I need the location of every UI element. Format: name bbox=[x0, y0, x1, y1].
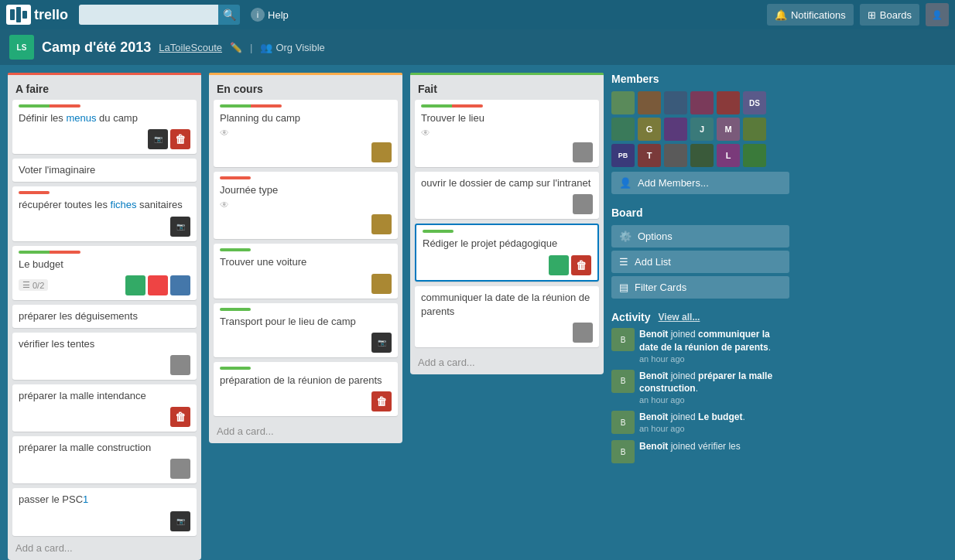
activity-item: B Benoît joined vérifier les bbox=[611, 440, 789, 463]
member-avatar[interactable]: M bbox=[717, 118, 740, 141]
activity-time: an hour ago bbox=[639, 354, 789, 364]
card-communiquer-date[interactable]: communiquer la date de la réunion de par… bbox=[415, 286, 599, 347]
activity-avatar: B bbox=[611, 328, 635, 351]
person-icon: 👥 bbox=[260, 42, 272, 53]
board-title[interactable]: Camp d'été 2013 bbox=[42, 39, 151, 56]
card-preparer-deguisements[interactable]: préparer les déguisements bbox=[12, 305, 197, 328]
card-passer-psc1[interactable]: passer le PSC1 📷 bbox=[12, 488, 197, 535]
notifications-button[interactable]: 🔔 Notifications bbox=[767, 4, 854, 26]
avatar: 📷 bbox=[170, 217, 190, 237]
member-avatar[interactable] bbox=[743, 118, 766, 141]
card-trouver-voiture[interactable]: Trouver une voiture bbox=[214, 244, 398, 298]
member-avatar[interactable]: J bbox=[690, 118, 714, 141]
add-card-button-en-cours[interactable]: Add a card... bbox=[209, 421, 402, 443]
activity-item: B Benoît joined Le budget. an hour ago bbox=[611, 411, 789, 434]
help-button[interactable]: i Help bbox=[251, 8, 289, 22]
board-logo: LS bbox=[9, 35, 34, 60]
list-a-faire: A faire Définir les menus du camp 📷 🗑 Vo… bbox=[8, 73, 201, 560]
member-avatar[interactable] bbox=[664, 91, 687, 114]
member-avatar[interactable] bbox=[664, 144, 687, 167]
card-title: passer le PSC1 bbox=[19, 493, 190, 507]
member-avatar[interactable]: DS bbox=[743, 91, 766, 114]
card-transport-lieu[interactable]: Transport pour le lieu de camp 📷 bbox=[214, 303, 398, 357]
search-button[interactable]: 🔍 bbox=[218, 5, 240, 25]
card-malle-intendance[interactable]: préparer la malle intendance 🗑 bbox=[12, 384, 197, 432]
card-title: Définir les menus du camp bbox=[19, 111, 190, 125]
activity-item: B Benoît joined communiquer la date de l… bbox=[611, 328, 789, 364]
avatar-delete: 🗑 bbox=[170, 129, 190, 149]
card-title: vérifier les tentes bbox=[19, 337, 190, 351]
add-members-button[interactable]: 👤 Add Members... bbox=[611, 172, 789, 194]
members-title: Members bbox=[611, 73, 789, 85]
card-badge: ☰0/2 bbox=[19, 279, 48, 291]
card-title: ouvrir le dossier de camp sur l'intranet bbox=[421, 176, 593, 190]
edit-icon[interactable]: ✏️ bbox=[230, 42, 242, 53]
trello-logo[interactable]: trello bbox=[6, 5, 68, 25]
avatar bbox=[170, 275, 190, 295]
list-fait: Fait Trouver le lieu 👁 ouvrir le dossier… bbox=[410, 73, 604, 374]
activity-item: B Benoît joined préparer la malle constr… bbox=[611, 370, 789, 405]
avatar bbox=[148, 275, 168, 295]
activity-avatar: B bbox=[611, 440, 635, 463]
card-title: Transport pour le lieu de camp bbox=[220, 315, 392, 329]
card-trouver-lieu[interactable]: Trouver le lieu 👁 bbox=[415, 100, 599, 167]
member-avatar[interactable]: G bbox=[638, 118, 661, 141]
divider: | bbox=[250, 42, 252, 53]
member-avatar[interactable] bbox=[690, 91, 714, 114]
member-avatar[interactable] bbox=[690, 144, 714, 167]
user-avatar[interactable]: 👤 bbox=[926, 3, 949, 26]
card-malle-construction[interactable]: préparer la malle construction bbox=[12, 436, 197, 483]
avatar: 📷 bbox=[371, 333, 392, 353]
member-avatar[interactable] bbox=[611, 91, 635, 114]
card-title: Le budget bbox=[19, 258, 190, 271]
add-list-button[interactable]: ☰ Add List bbox=[611, 251, 789, 273]
card-rediger-projet[interactable]: Rédiger le projet pédagogique 🗑 bbox=[415, 224, 599, 281]
board-section-title: Board bbox=[611, 207, 789, 219]
avatar bbox=[170, 459, 190, 479]
card-title: récupérer toutes les fiches sanitaires bbox=[19, 198, 190, 212]
eye-icon: 👁 bbox=[220, 128, 392, 138]
card-voter-imaginaire[interactable]: Voter l'imaginaire bbox=[12, 159, 197, 182]
member-avatar[interactable] bbox=[664, 118, 687, 141]
info-icon: i bbox=[251, 8, 265, 22]
avatar bbox=[371, 142, 392, 162]
board-org[interactable]: LaToileScoute bbox=[159, 42, 222, 53]
bell-icon: 🔔 bbox=[775, 9, 787, 21]
filter-cards-button[interactable]: ▤ Filter Cards bbox=[611, 276, 789, 299]
card-planning-camp[interactable]: Planning du camp 👁 bbox=[214, 100, 398, 167]
options-button[interactable]: ⚙️ Options bbox=[611, 225, 789, 248]
list-title-en-cours: En cours bbox=[209, 77, 402, 100]
activity-list: B Benoît joined communiquer la date de l… bbox=[611, 328, 789, 463]
card-verifier-tentes[interactable]: vérifier les tentes bbox=[12, 333, 197, 380]
members-section: Members DS G J M PB T L bbox=[611, 73, 789, 197]
boards-button[interactable]: ⊞ Boards bbox=[860, 4, 919, 26]
view-all-link[interactable]: View all... bbox=[659, 312, 700, 323]
card-journee-type[interactable]: Journée type 👁 bbox=[214, 172, 398, 239]
grid-icon: ⊞ bbox=[868, 9, 876, 21]
member-avatar[interactable]: PB bbox=[611, 144, 635, 167]
card-budget[interactable]: Le budget ☰0/2 bbox=[12, 246, 197, 300]
card-ouvrir-dossier[interactable]: ouvrir le dossier de camp sur l'intranet bbox=[415, 172, 599, 219]
add-card-button-a-faire[interactable]: Add a card... bbox=[8, 538, 201, 560]
board-header: LS Camp d'été 2013 LaToileScoute ✏️ | 👥 … bbox=[0, 29, 955, 65]
avatar bbox=[125, 275, 145, 295]
card-recuperer-fiches[interactable]: récupérer toutes les fiches sanitaires 📷 bbox=[12, 186, 197, 241]
card-title: préparer la malle intendance bbox=[19, 389, 190, 403]
add-card-button-fait[interactable]: Add a card... bbox=[410, 352, 604, 374]
card-title: Voter l'imaginaire bbox=[19, 163, 190, 177]
member-avatar[interactable] bbox=[717, 91, 740, 114]
avatar bbox=[371, 274, 392, 294]
search-input[interactable] bbox=[79, 5, 218, 25]
member-avatar[interactable] bbox=[743, 144, 766, 167]
member-avatar[interactable]: L bbox=[717, 144, 740, 167]
card-preparation-reunion[interactable]: préparation de la réunion de parents 🗑 bbox=[214, 362, 398, 416]
card-definir-menus[interactable]: Définir les menus du camp 📷 🗑 bbox=[12, 100, 197, 154]
card-title: Rédiger le projet pédagogique bbox=[423, 237, 591, 251]
member-avatar[interactable] bbox=[611, 118, 635, 141]
visibility-indicator[interactable]: 👥 Org Visible bbox=[260, 42, 324, 53]
top-navigation: trello 🔍 i Help 🔔 Notifications ⊞ Boards… bbox=[0, 0, 955, 29]
member-avatar[interactable]: T bbox=[638, 144, 661, 167]
search-bar: 🔍 bbox=[79, 5, 240, 25]
member-avatar[interactable] bbox=[638, 91, 661, 114]
eye-icon: 👁 bbox=[220, 200, 392, 210]
